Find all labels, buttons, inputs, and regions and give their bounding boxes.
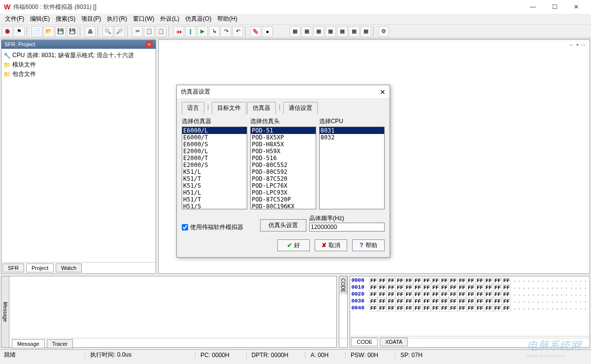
hex-cell[interactable]: FF <box>404 277 413 284</box>
cpu-list[interactable]: 80318032 <box>319 127 385 209</box>
hex-cell[interactable]: FF <box>369 291 378 298</box>
tool-reset-icon[interactable]: ⏮ <box>173 26 184 37</box>
list-item[interactable]: POD-LPC93X <box>251 189 315 196</box>
list-item[interactable]: H51/S <box>182 203 247 209</box>
hex-cell[interactable]: FF <box>458 284 466 291</box>
hex-cell[interactable]: FF <box>493 291 502 298</box>
hex-cell[interactable]: FF <box>431 305 440 312</box>
hex-cell[interactable]: FF <box>458 291 466 298</box>
use-simulator-checkbox[interactable]: 使用伟福软件模拟器 <box>182 223 257 232</box>
hex-cell[interactable]: FF <box>449 291 458 298</box>
dlg-tab-target[interactable]: 目标文件 <box>212 102 246 114</box>
close-button[interactable]: ✕ <box>565 0 587 14</box>
dlg-tab-comm[interactable]: 通信设置 <box>283 102 318 114</box>
hex-cell[interactable]: FF <box>484 305 493 312</box>
tool-cut-icon[interactable]: ✂ <box>132 26 143 37</box>
list-item[interactable]: POD-8X5XP <box>251 134 315 141</box>
panel-close-icon[interactable]: × <box>146 41 153 48</box>
list-item[interactable]: POD-LPC76X <box>251 182 315 189</box>
ok-button[interactable]: ✔好 <box>277 239 310 251</box>
menu-window[interactable]: 窗口(W) <box>130 14 157 24</box>
list-item[interactable]: E2000/T <box>182 155 247 162</box>
menu-help[interactable]: 帮助(H) <box>214 14 240 24</box>
list-item[interactable]: H51/L <box>182 189 247 196</box>
tool-find-icon[interactable]: 🔍 <box>102 26 113 37</box>
list-item[interactable]: POD-H8X5X <box>251 141 315 148</box>
list-item[interactable]: POD-80C552 <box>251 162 315 168</box>
hex-cell[interactable]: FF <box>404 305 413 312</box>
hex-cell[interactable]: FF <box>413 277 422 284</box>
code-vtab[interactable]: CODE <box>339 276 347 295</box>
tree-node-cpu[interactable]: CPU 选择: 8031; 缺省显示格式: 混合十,十六进 <box>12 51 134 60</box>
hex-cell[interactable]: FF <box>475 291 484 298</box>
tool-findnext-icon[interactable]: 🔎 <box>114 26 125 37</box>
hex-cell[interactable]: FF <box>422 305 431 312</box>
tool-stepinto-icon[interactable]: ↳ <box>209 26 220 37</box>
hex-cell[interactable]: FF <box>440 305 449 312</box>
hex-cell[interactable]: FF <box>413 284 422 291</box>
tab-sfr[interactable]: SFR <box>2 264 24 272</box>
hex-cell[interactable]: FF <box>440 298 449 305</box>
emulator-list[interactable]: E6000/LE6000/TE6000/SE2000/LE2000/TE2000… <box>182 127 247 209</box>
hex-cell[interactable]: FF <box>431 284 440 291</box>
list-item[interactable]: K51/T <box>182 175 247 182</box>
tab-message[interactable]: Message <box>12 339 45 348</box>
tool-debug-icon[interactable]: 🐞 <box>2 26 13 37</box>
hex-cell[interactable]: FF <box>458 305 466 312</box>
tool-new-icon[interactable]: 📄 <box>32 26 42 37</box>
hex-cell[interactable]: FF <box>413 298 422 305</box>
menu-emulator[interactable]: 仿真器(O) <box>182 14 214 24</box>
hex-cell[interactable]: FF <box>395 298 404 305</box>
hex-cell[interactable]: FF <box>378 284 387 291</box>
hex-cell[interactable]: FF <box>493 277 502 284</box>
hex-cell[interactable]: FF <box>484 277 493 284</box>
freq-input[interactable] <box>309 223 385 232</box>
menu-run[interactable]: 执行(R) <box>104 14 130 24</box>
tool-flag-icon[interactable]: ⚑ <box>14 26 25 37</box>
pod-settings-button[interactable]: 仿真头设置 <box>260 219 306 232</box>
list-item[interactable]: POD-87C520P <box>251 196 315 203</box>
list-item[interactable]: 8031 <box>320 127 384 134</box>
list-item[interactable]: POD-H59X <box>251 148 315 155</box>
hex-cell[interactable]: FF <box>449 284 458 291</box>
hex-cell[interactable]: FF <box>502 305 511 312</box>
hex-cell[interactable]: FF <box>475 305 484 312</box>
hex-cell[interactable]: FF <box>369 298 378 305</box>
tool-view4-icon[interactable]: ▦ <box>325 26 336 37</box>
list-item[interactable]: POD-80C196KX <box>251 203 315 209</box>
list-item[interactable]: H51/T <box>182 196 247 203</box>
hex-cell[interactable]: FF <box>475 284 484 291</box>
hex-cell[interactable]: FF <box>431 298 440 305</box>
menu-project[interactable]: 项目(P) <box>78 14 104 24</box>
hex-cell[interactable]: FF <box>378 277 387 284</box>
hex-cell[interactable]: FF <box>502 284 511 291</box>
hex-cell[interactable]: FF <box>431 291 440 298</box>
hex-cell[interactable]: FF <box>475 298 484 305</box>
hex-cell[interactable]: FF <box>484 298 493 305</box>
tool-stepover-icon[interactable]: ↷ <box>221 26 231 37</box>
list-item[interactable]: POD-80C592 <box>251 168 315 175</box>
hex-cell[interactable]: FF <box>404 291 413 298</box>
hex-cell[interactable]: FF <box>458 298 466 305</box>
hex-cell[interactable]: FF <box>378 305 387 312</box>
nav-fwd-icon[interactable]: → <box>580 41 587 49</box>
hex-cell[interactable]: FF <box>502 291 511 298</box>
tool-view3-icon[interactable]: ▦ <box>313 26 324 37</box>
tab-tracer[interactable]: Tracer <box>47 339 73 348</box>
hex-cell[interactable]: FF <box>466 298 475 305</box>
project-tree[interactable]: 🔧CPU 选择: 8031; 缺省显示格式: 混合十,十六进 📁模块文件 📁包含… <box>1 49 156 262</box>
tab-project[interactable]: Project <box>26 264 54 272</box>
checkbox-input[interactable] <box>182 224 188 231</box>
hex-cell[interactable]: FF <box>413 291 422 298</box>
hex-cell[interactable]: FF <box>475 277 484 284</box>
tool-open-icon[interactable]: 📂 <box>43 26 54 37</box>
tree-node-modules[interactable]: 模块文件 <box>12 61 36 69</box>
hex-cell[interactable]: FF <box>395 305 404 312</box>
list-item[interactable]: POD-516 <box>251 155 315 162</box>
hex-cell[interactable]: FF <box>466 305 475 312</box>
hex-cell[interactable]: FF <box>378 291 387 298</box>
list-item[interactable]: E2000/L <box>182 148 247 155</box>
dialog-close-icon[interactable]: ✕ <box>380 88 386 96</box>
tool-paste-icon[interactable]: 📋 <box>156 26 166 37</box>
hex-cell[interactable]: FF <box>413 305 422 312</box>
